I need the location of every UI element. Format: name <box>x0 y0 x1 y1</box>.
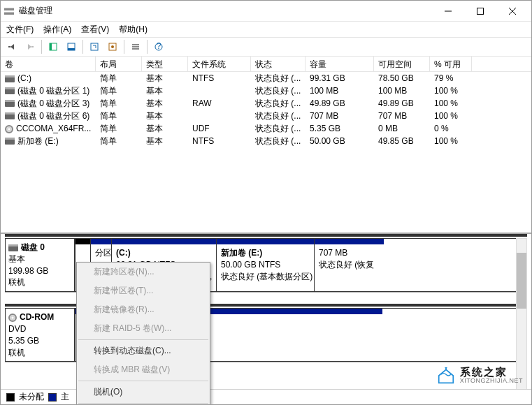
menu-view[interactable]: 查看(V) <box>81 24 109 36</box>
table-row[interactable]: CCCOMA_X64FR...简单基本UDF状态良好 (...5.35 GB0 … <box>1 122 531 135</box>
vertical-scrollbar[interactable] <box>516 238 527 400</box>
svg-rect-8 <box>8 46 10 47</box>
svg-rect-14 <box>91 43 98 50</box>
svg-rect-13 <box>68 48 75 50</box>
refresh-button[interactable] <box>86 39 103 54</box>
menu-item: 转换成 MBR 磁盘(V) <box>77 360 210 379</box>
window-title: 磁盘管理 <box>19 5 432 17</box>
menu-item: 新建跨区卷(N)... <box>77 263 210 281</box>
svg-rect-2 <box>4 8 14 8</box>
svg-rect-17 <box>132 44 139 45</box>
col-filesystem[interactable]: 文件系统 <box>188 57 251 71</box>
menu-help[interactable]: 帮助(H) <box>119 24 148 36</box>
col-free[interactable]: 可用空间 <box>374 57 430 71</box>
svg-rect-9 <box>31 46 34 47</box>
toolbar-view2[interactable] <box>63 39 80 54</box>
toolbar-view1[interactable] <box>45 39 62 54</box>
disk-0-label[interactable]: 磁盘 0 基本 199.98 GB 联机 <box>5 238 75 292</box>
svg-rect-19 <box>132 48 139 50</box>
svg-text:?: ? <box>157 42 161 51</box>
toolbar-list[interactable] <box>127 39 144 54</box>
col-capacity[interactable]: 容量 <box>305 57 374 71</box>
close-button[interactable] <box>496 1 529 22</box>
menu-item[interactable]: 转换到动态磁盘(C)... <box>77 341 210 360</box>
table-row[interactable]: (磁盘 0 磁盘分区 6)简单基本状态良好 (...707 MB707 MB10… <box>1 110 531 122</box>
col-volume[interactable]: 卷 <box>1 57 96 71</box>
menu-item[interactable]: 脱机(O) <box>77 383 210 402</box>
maximize-button[interactable] <box>464 1 496 22</box>
svg-rect-11 <box>50 43 52 50</box>
disk-icon <box>5 112 15 119</box>
svg-point-16 <box>111 45 114 48</box>
back-button[interactable] <box>3 39 20 54</box>
col-pct[interactable]: % 可用 <box>430 57 472 71</box>
cdrom-label[interactable]: CD-ROM DVD 5.35 GB 联机 <box>5 308 75 362</box>
menu-file[interactable]: 文件(F) <box>6 24 34 36</box>
app-icon <box>3 6 15 17</box>
volume-table: 卷 布局 类型 文件系统 状态 容量 可用空间 % 可用 (C:)简单基本NTF… <box>1 57 531 233</box>
swatch-unallocated <box>6 393 15 402</box>
menu-item: 新建带区卷(T)... <box>77 281 210 300</box>
menu-action[interactable]: 操作(A) <box>43 24 71 36</box>
table-row[interactable]: (磁盘 0 磁盘分区 3)简单基本RAW状态良好 (...49.89 GB49.… <box>1 97 531 110</box>
disk-icon <box>5 75 15 82</box>
help-icon[interactable]: ? <box>150 39 167 54</box>
col-status[interactable]: 状态 <box>251 57 305 71</box>
table-row[interactable]: (C:)简单基本NTFS状态良好 (...99.31 GB78.50 GB79 … <box>1 72 531 84</box>
minimize-button[interactable] <box>432 1 464 22</box>
svg-rect-5 <box>477 8 484 14</box>
partition[interactable]: 新加卷 (E:)50.00 GB NTFS状态良好 (基本数据分区) <box>216 239 314 291</box>
disk-icon <box>5 100 15 107</box>
forward-button[interactable] <box>22 39 38 54</box>
menu-item: 新建镜像卷(R)... <box>77 300 210 319</box>
cd-icon <box>5 125 13 133</box>
table-row[interactable]: (磁盘 0 磁盘分区 1)简单基本状态良好 (...100 MB100 MB10… <box>1 84 531 97</box>
context-menu: 新建跨区卷(N)...新建带区卷(T)...新建镜像卷(R)...新建 RAID… <box>76 262 210 405</box>
svg-rect-3 <box>4 12 14 13</box>
col-type[interactable]: 类型 <box>142 57 188 71</box>
toolbar: ? <box>1 37 531 57</box>
menu-item: 新建 RAID-5 卷(W)... <box>77 319 210 338</box>
svg-rect-18 <box>132 46 139 47</box>
col-layout[interactable]: 布局 <box>96 57 142 71</box>
toolbar-options[interactable] <box>104 39 121 54</box>
menubar: 文件(F) 操作(A) 查看(V) 帮助(H) <box>1 22 531 37</box>
swatch-primary <box>48 393 57 402</box>
disk-icon <box>5 87 15 94</box>
table-row[interactable]: 新加卷 (E:)简单基本NTFS状态良好 (...50.00 GB49.85 G… <box>1 135 531 147</box>
table-header: 卷 布局 类型 文件系统 状态 容量 可用空间 % 可用 <box>1 57 531 72</box>
disk-icon <box>8 244 18 251</box>
disk-icon <box>5 138 15 145</box>
cd-icon <box>8 314 17 322</box>
partition[interactable]: 707 MB状态良好 (恢复 <box>314 239 384 291</box>
titlebar: 磁盘管理 <box>1 1 531 22</box>
